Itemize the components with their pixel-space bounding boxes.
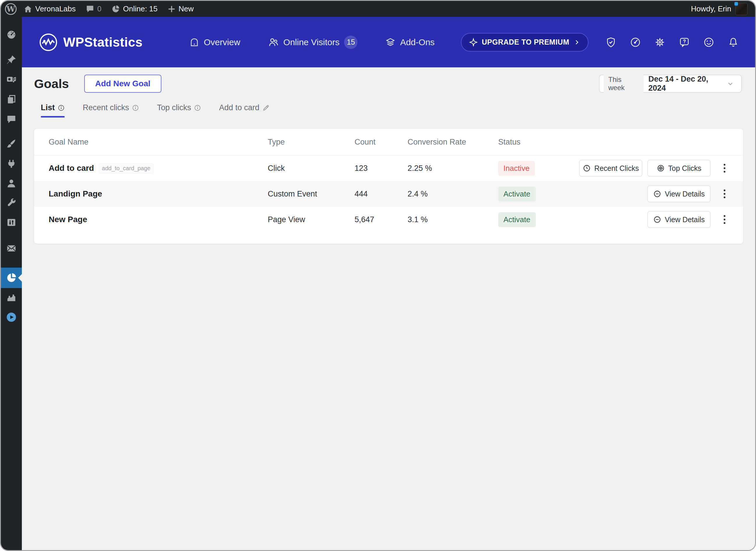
- sidebar-item-charts[interactable]: [1, 290, 22, 306]
- tab-recent-clicks-label: Recent clicks: [83, 103, 129, 112]
- sidebar-item-plugins[interactable]: [1, 156, 22, 172]
- tab-recent-clicks[interactable]: Recent clicks: [83, 103, 139, 117]
- nav-online-visitors[interactable]: Online Visitors 15: [268, 36, 358, 49]
- statistics-pie-icon: [6, 272, 17, 284]
- top-clicks-label: Top Clicks: [668, 164, 702, 172]
- wp-statistics-header: WPStatistics Overview Online Visitors 15…: [22, 17, 755, 67]
- home-icon: [189, 37, 199, 47]
- tab-top-clicks[interactable]: Top clicks: [157, 103, 201, 117]
- nav-overview-label: Overview: [204, 37, 240, 47]
- site-name-link[interactable]: VeronaLabs: [24, 4, 76, 13]
- goals-tabs: List Recent clicks Top clicks Add to car…: [41, 103, 270, 117]
- top-clicks-button[interactable]: Top Clicks: [647, 160, 711, 177]
- wp-admin-bar: W VeronaLabs 0 Online: 15 New Howdy, Eri…: [1, 1, 755, 17]
- nav-overview[interactable]: Overview: [189, 37, 240, 47]
- sidebar-item-comments[interactable]: [1, 111, 22, 127]
- pie-chart-icon: [111, 5, 120, 13]
- comment-icon: [86, 5, 94, 13]
- gear-icon: [654, 37, 665, 48]
- dashboard-icon: [6, 29, 17, 40]
- sidebar-item-appearance[interactable]: [1, 135, 22, 152]
- header-nav: Overview Online Visitors 15 Add-Ons: [189, 36, 435, 49]
- wp-statistics-logo[interactable]: WPStatistics: [39, 33, 143, 52]
- recent-clicks-label: Recent Clicks: [594, 164, 639, 172]
- new-content-link[interactable]: New: [168, 4, 194, 13]
- row-menu-button[interactable]: [719, 155, 730, 181]
- upgrade-premium-button[interactable]: UPGRADE TO PREMIUM: [461, 33, 588, 52]
- howdy-text[interactable]: Howdy, Erin: [691, 4, 731, 13]
- feedback-button[interactable]: [703, 37, 714, 48]
- page-title: Goals: [34, 77, 69, 91]
- help-button[interactable]: [679, 37, 690, 48]
- goal-type: Page View: [268, 207, 305, 232]
- add-new-goal-button[interactable]: Add New Goal: [84, 75, 162, 93]
- visitors-icon: [268, 37, 279, 47]
- date-range-picker[interactable]: This week Dec 14 - Dec 20, 2024: [599, 75, 742, 93]
- sidebar-item-mail[interactable]: [1, 240, 22, 256]
- active-menu-arrow: [18, 274, 22, 282]
- row-menu-button[interactable]: [719, 207, 730, 232]
- chevron-right-icon: [573, 39, 580, 46]
- media-icon: [6, 75, 17, 85]
- column-status: Status: [498, 128, 521, 155]
- view-details-button[interactable]: View Details: [647, 185, 711, 202]
- comments-count: 0: [97, 4, 101, 13]
- status-badge[interactable]: Activate: [498, 212, 536, 227]
- recent-clicks-button[interactable]: Recent Clicks: [579, 160, 642, 177]
- goal-name: Landign Page: [49, 189, 102, 198]
- privacy-audit-button[interactable]: [605, 37, 616, 48]
- sidebar-item-media[interactable]: [1, 72, 22, 88]
- home-icon: [24, 5, 32, 13]
- bell-icon: [728, 37, 739, 48]
- column-goal-name: Goal Name: [49, 128, 89, 155]
- table-header: Goal Name Type Count Conversion Rate Sta…: [34, 128, 743, 155]
- comments-link[interactable]: 0: [86, 4, 101, 13]
- gauge-icon: [630, 37, 641, 48]
- goals-page: Goals Add New Goal This week Dec 14 - De…: [22, 67, 755, 550]
- sidebar-item-users[interactable]: [1, 175, 22, 191]
- table-row: Add to card add_to_card_page Click 123 2…: [34, 155, 743, 181]
- tab-list[interactable]: List: [41, 103, 65, 117]
- appearance-icon: [6, 138, 17, 149]
- brand-name: WPStatistics: [63, 35, 143, 50]
- help-icon: [679, 37, 690, 48]
- wp-admin-sidebar: [1, 17, 22, 550]
- sidebar-item-posts[interactable]: [1, 52, 22, 68]
- settings-button[interactable]: [654, 37, 665, 48]
- row-menu-button[interactable]: [719, 181, 730, 207]
- sidebar-item-tools[interactable]: [1, 194, 22, 211]
- goal-count: 123: [355, 155, 368, 181]
- status-badge[interactable]: Activate: [498, 186, 536, 201]
- online-visitors-link[interactable]: Online: 15: [111, 4, 158, 13]
- nav-addons[interactable]: Add-Ons: [385, 37, 434, 47]
- goal-name: New Page: [49, 215, 87, 224]
- plus-icon: [168, 5, 176, 13]
- tab-list-label: List: [41, 103, 55, 112]
- nav-addons-label: Add-Ons: [400, 37, 434, 47]
- wordpress-menu[interactable]: W: [5, 3, 17, 15]
- optimization-button[interactable]: [630, 37, 641, 48]
- goal-tag: add_to_card_page: [99, 163, 154, 173]
- sidebar-item-statistics-active[interactable]: [1, 267, 22, 288]
- tab-add-to-card[interactable]: Add to card: [219, 103, 270, 117]
- sidebar-item-video[interactable]: [1, 309, 22, 325]
- settings-icon: [6, 217, 17, 228]
- admin-bar-left: W VeronaLabs 0 Online: 15 New: [5, 3, 204, 15]
- shield-check-icon: [605, 37, 616, 48]
- column-type: Type: [268, 128, 285, 155]
- view-details-button[interactable]: View Details: [647, 211, 711, 228]
- table-row: New Page Page View 5,647 3.1 % Activate …: [34, 207, 743, 232]
- date-range-value: Dec 14 - Dec 20, 2024: [648, 75, 726, 93]
- info-icon: [132, 104, 139, 111]
- status-badge[interactable]: Inactive: [498, 161, 535, 176]
- new-label: New: [179, 4, 194, 13]
- sidebar-item-dashboard[interactable]: [1, 27, 22, 43]
- nav-online-visitors-label: Online Visitors: [283, 37, 340, 47]
- mail-icon: [6, 243, 17, 253]
- tab-top-clicks-label: Top clicks: [157, 103, 191, 112]
- sidebar-item-pages[interactable]: [1, 91, 22, 108]
- notifications-button[interactable]: [728, 37, 739, 48]
- sidebar-item-settings[interactable]: [1, 214, 22, 230]
- goal-conversion: 2.4 %: [408, 181, 428, 207]
- avatar[interactable]: [735, 3, 748, 15]
